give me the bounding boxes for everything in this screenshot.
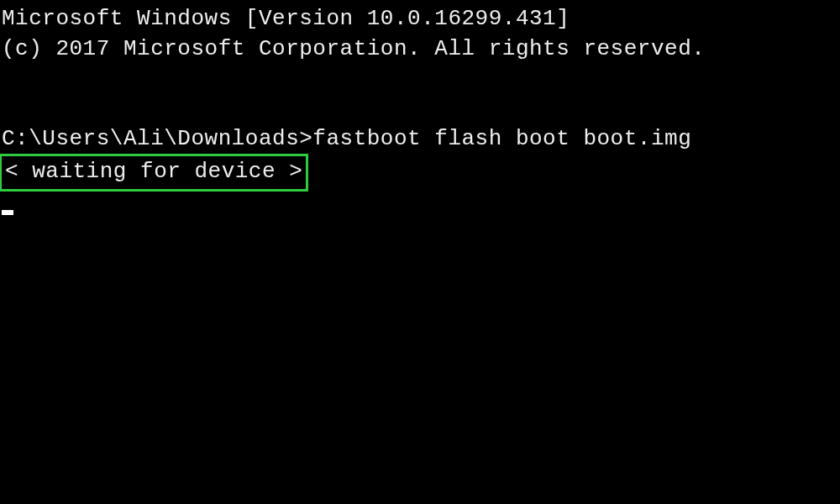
- copyright-line: (c) 2017 Microsoft Corporation. All righ…: [2, 34, 840, 64]
- output-line-container: < waiting for device >: [2, 154, 840, 191]
- cursor-line: [2, 192, 840, 224]
- command-prompt-terminal[interactable]: Microsoft Windows [Version 10.0.16299.43…: [0, 0, 840, 224]
- text-cursor: [2, 210, 13, 215]
- command-line: C:\Users\Ali\Downloads>fastboot flash bo…: [2, 123, 840, 154]
- entered-command: fastboot flash boot boot.img: [312, 126, 691, 151]
- waiting-for-device-highlight: < waiting for device >: [0, 154, 308, 191]
- windows-version-line: Microsoft Windows [Version 10.0.16299.43…: [2, 3, 840, 34]
- prompt-path: C:\Users\Ali\Downloads>: [2, 126, 312, 151]
